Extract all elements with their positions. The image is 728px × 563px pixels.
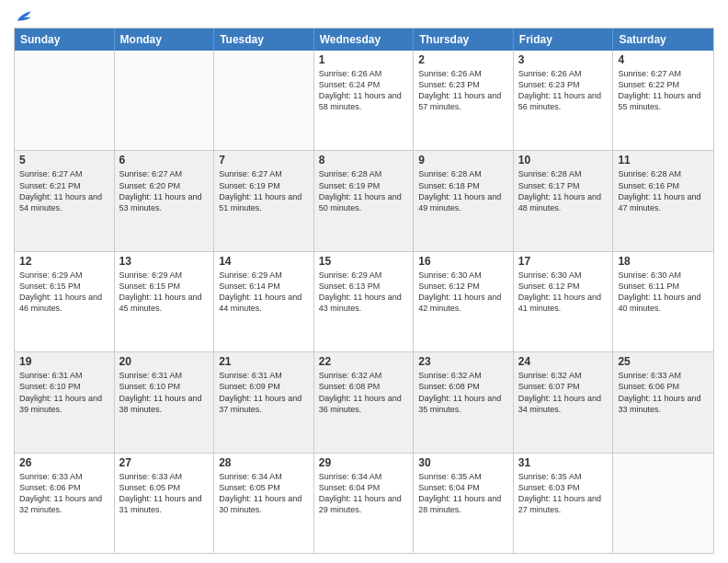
cell-info: Sunrise: 6:27 AM Sunset: 6:20 PM Dayligh… <box>119 168 210 213</box>
calendar-cell: 31Sunrise: 6:35 AM Sunset: 6:03 PM Dayli… <box>514 454 614 553</box>
cell-info: Sunrise: 6:34 AM Sunset: 6:04 PM Dayligh… <box>319 471 409 516</box>
day-number: 21 <box>219 355 309 368</box>
day-number: 19 <box>19 355 109 368</box>
cell-info: Sunrise: 6:34 AM Sunset: 6:05 PM Dayligh… <box>219 471 309 516</box>
cell-info: Sunrise: 6:32 AM Sunset: 6:08 PM Dayligh… <box>418 370 508 415</box>
cell-info: Sunrise: 6:31 AM Sunset: 6:10 PM Dayligh… <box>19 370 109 415</box>
page: SundayMondayTuesdayWednesdayThursdayFrid… <box>0 0 728 563</box>
calendar-cell <box>15 51 115 150</box>
calendar-cell: 24Sunrise: 6:32 AM Sunset: 6:07 PM Dayli… <box>514 352 614 452</box>
cell-info: Sunrise: 6:35 AM Sunset: 6:04 PM Dayligh… <box>418 471 508 516</box>
calendar-cell: 1Sunrise: 6:26 AM Sunset: 6:24 PM Daylig… <box>314 51 415 150</box>
calendar-cell: 29Sunrise: 6:34 AM Sunset: 6:04 PM Dayli… <box>314 454 415 553</box>
day-number: 9 <box>418 154 508 167</box>
logo <box>14 9 34 20</box>
day-number: 22 <box>319 355 409 368</box>
day-number: 4 <box>618 53 709 66</box>
calendar-cell: 14Sunrise: 6:29 AM Sunset: 6:14 PM Dayli… <box>214 252 314 351</box>
cell-info: Sunrise: 6:31 AM Sunset: 6:10 PM Dayligh… <box>119 370 210 415</box>
calendar-cell: 18Sunrise: 6:30 AM Sunset: 6:11 PM Dayli… <box>613 252 713 351</box>
cell-info: Sunrise: 6:35 AM Sunset: 6:03 PM Dayligh… <box>518 471 609 516</box>
cell-info: Sunrise: 6:32 AM Sunset: 6:08 PM Dayligh… <box>319 370 409 415</box>
cell-info: Sunrise: 6:31 AM Sunset: 6:09 PM Dayligh… <box>219 370 309 415</box>
day-number: 11 <box>618 154 709 167</box>
calendar-cell: 11Sunrise: 6:28 AM Sunset: 6:16 PM Dayli… <box>613 151 713 250</box>
day-number: 20 <box>119 355 210 368</box>
day-number: 27 <box>119 456 210 469</box>
day-number: 18 <box>618 255 709 268</box>
cell-info: Sunrise: 6:27 AM Sunset: 6:21 PM Dayligh… <box>19 168 109 213</box>
calendar-header-day: Sunday <box>15 29 115 51</box>
cell-info: Sunrise: 6:33 AM Sunset: 6:06 PM Dayligh… <box>618 370 709 415</box>
cell-info: Sunrise: 6:28 AM Sunset: 6:17 PM Dayligh… <box>518 168 609 213</box>
calendar-header-day: Monday <box>115 29 215 51</box>
cell-info: Sunrise: 6:26 AM Sunset: 6:23 PM Dayligh… <box>418 68 508 113</box>
cell-info: Sunrise: 6:28 AM Sunset: 6:16 PM Dayligh… <box>618 168 709 213</box>
day-number: 17 <box>518 255 609 268</box>
day-number: 5 <box>19 154 109 167</box>
day-number: 29 <box>319 456 409 469</box>
calendar-cell: 20Sunrise: 6:31 AM Sunset: 6:10 PM Dayli… <box>115 352 215 452</box>
cell-info: Sunrise: 6:29 AM Sunset: 6:15 PM Dayligh… <box>19 270 109 315</box>
cell-info: Sunrise: 6:33 AM Sunset: 6:06 PM Dayligh… <box>19 471 109 516</box>
calendar-cell <box>115 51 215 150</box>
day-number: 28 <box>219 456 309 469</box>
calendar-cell: 3Sunrise: 6:26 AM Sunset: 6:23 PM Daylig… <box>514 51 614 150</box>
calendar-header-day: Friday <box>514 29 614 51</box>
day-number: 2 <box>418 53 508 66</box>
day-number: 14 <box>219 255 309 268</box>
calendar: SundayMondayTuesdayWednesdayThursdayFrid… <box>14 28 714 554</box>
cell-info: Sunrise: 6:30 AM Sunset: 6:12 PM Dayligh… <box>518 270 609 315</box>
calendar-cell: 10Sunrise: 6:28 AM Sunset: 6:17 PM Dayli… <box>514 151 614 250</box>
day-number: 6 <box>119 154 210 167</box>
cell-info: Sunrise: 6:32 AM Sunset: 6:07 PM Dayligh… <box>518 370 609 415</box>
calendar-header-day: Saturday <box>613 29 713 51</box>
calendar-cell: 9Sunrise: 6:28 AM Sunset: 6:18 PM Daylig… <box>414 151 514 250</box>
cell-info: Sunrise: 6:33 AM Sunset: 6:05 PM Dayligh… <box>119 471 210 516</box>
logo-text <box>14 9 34 24</box>
day-number: 7 <box>219 154 309 167</box>
calendar-cell: 16Sunrise: 6:30 AM Sunset: 6:12 PM Dayli… <box>414 252 514 351</box>
day-number: 25 <box>618 355 709 368</box>
calendar-header-day: Thursday <box>414 29 514 51</box>
cell-info: Sunrise: 6:29 AM Sunset: 6:15 PM Dayligh… <box>119 270 210 315</box>
logo-bird-icon <box>16 9 34 24</box>
cell-info: Sunrise: 6:26 AM Sunset: 6:24 PM Dayligh… <box>319 68 409 113</box>
calendar-cell: 5Sunrise: 6:27 AM Sunset: 6:21 PM Daylig… <box>15 151 115 250</box>
calendar-cell: 7Sunrise: 6:27 AM Sunset: 6:19 PM Daylig… <box>214 151 314 250</box>
cell-info: Sunrise: 6:28 AM Sunset: 6:18 PM Dayligh… <box>418 168 508 213</box>
calendar-header: SundayMondayTuesdayWednesdayThursdayFrid… <box>15 29 713 51</box>
cell-info: Sunrise: 6:29 AM Sunset: 6:13 PM Dayligh… <box>319 270 409 315</box>
calendar-cell: 23Sunrise: 6:32 AM Sunset: 6:08 PM Dayli… <box>414 352 514 452</box>
cell-info: Sunrise: 6:27 AM Sunset: 6:22 PM Dayligh… <box>618 68 709 113</box>
cell-info: Sunrise: 6:30 AM Sunset: 6:11 PM Dayligh… <box>618 270 709 315</box>
calendar-row: 5Sunrise: 6:27 AM Sunset: 6:21 PM Daylig… <box>15 150 713 250</box>
day-number: 12 <box>19 255 109 268</box>
day-number: 3 <box>518 53 609 66</box>
calendar-cell: 8Sunrise: 6:28 AM Sunset: 6:19 PM Daylig… <box>314 151 415 250</box>
calendar-cell: 27Sunrise: 6:33 AM Sunset: 6:05 PM Dayli… <box>115 454 215 553</box>
calendar-cell: 15Sunrise: 6:29 AM Sunset: 6:13 PM Dayli… <box>314 252 415 351</box>
day-number: 1 <box>319 53 409 66</box>
calendar-row: 19Sunrise: 6:31 AM Sunset: 6:10 PM Dayli… <box>15 351 713 452</box>
day-number: 23 <box>418 355 508 368</box>
day-number: 10 <box>518 154 609 167</box>
calendar-body: 1Sunrise: 6:26 AM Sunset: 6:24 PM Daylig… <box>15 51 713 553</box>
header <box>14 9 714 20</box>
calendar-cell: 30Sunrise: 6:35 AM Sunset: 6:04 PM Dayli… <box>414 454 514 553</box>
cell-info: Sunrise: 6:28 AM Sunset: 6:19 PM Dayligh… <box>319 168 409 213</box>
day-number: 30 <box>418 456 508 469</box>
calendar-cell: 25Sunrise: 6:33 AM Sunset: 6:06 PM Dayli… <box>613 352 713 452</box>
calendar-cell: 21Sunrise: 6:31 AM Sunset: 6:09 PM Dayli… <box>214 352 314 452</box>
day-number: 15 <box>319 255 409 268</box>
calendar-cell: 28Sunrise: 6:34 AM Sunset: 6:05 PM Dayli… <box>214 454 314 553</box>
calendar-row: 12Sunrise: 6:29 AM Sunset: 6:15 PM Dayli… <box>15 251 713 351</box>
cell-info: Sunrise: 6:26 AM Sunset: 6:23 PM Dayligh… <box>518 68 609 113</box>
day-number: 31 <box>518 456 609 469</box>
cell-info: Sunrise: 6:29 AM Sunset: 6:14 PM Dayligh… <box>219 270 309 315</box>
day-number: 16 <box>418 255 508 268</box>
calendar-cell: 19Sunrise: 6:31 AM Sunset: 6:10 PM Dayli… <box>15 352 115 452</box>
day-number: 26 <box>19 456 109 469</box>
calendar-cell: 22Sunrise: 6:32 AM Sunset: 6:08 PM Dayli… <box>314 352 415 452</box>
calendar-cell: 6Sunrise: 6:27 AM Sunset: 6:20 PM Daylig… <box>115 151 215 250</box>
